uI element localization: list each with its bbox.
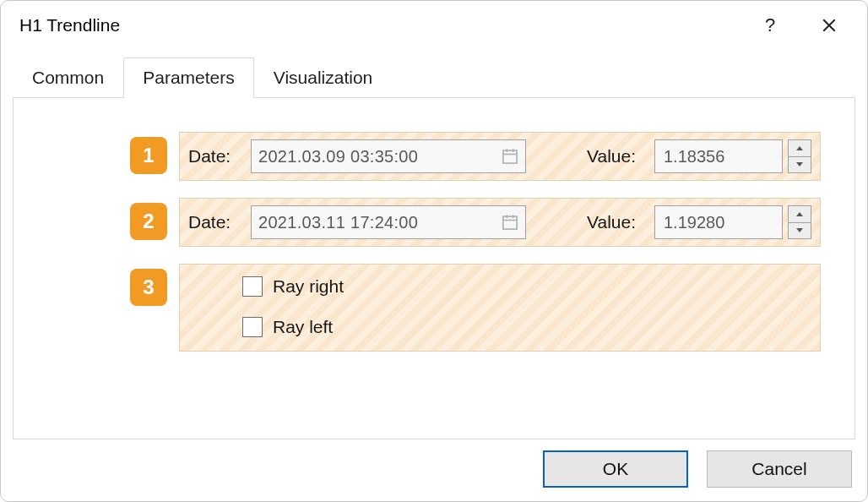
svg-rect-8 bbox=[503, 216, 517, 229]
value-label-1: Value: bbox=[572, 146, 636, 166]
annotation-marker-3: 3 bbox=[130, 269, 167, 306]
spin-up-1[interactable] bbox=[789, 140, 811, 157]
svg-marker-7 bbox=[796, 162, 803, 166]
ray-left-label: Ray left bbox=[273, 317, 333, 337]
calendar-icon[interactable] bbox=[502, 214, 518, 231]
highlight-stripe-1: Date: 2021.03.09 03:35:00 Value: bbox=[179, 132, 821, 181]
chevron-up-icon bbox=[795, 211, 804, 217]
tab-row: Common Parameters Visualization bbox=[13, 52, 855, 97]
param-row-1: 1 Date: 2021.03.09 03:35:00 bbox=[130, 132, 831, 181]
spin-down-1[interactable] bbox=[789, 157, 811, 173]
highlight-stripe-3: Ray right Ray left bbox=[179, 264, 821, 352]
value-label-2: Value: bbox=[572, 212, 636, 232]
ray-right-checkbox[interactable] bbox=[242, 276, 263, 297]
value-input-2[interactable]: 1.19280 bbox=[654, 205, 783, 239]
param-row-3: 3 Ray right Ray left bbox=[130, 264, 831, 352]
value-spinner-2 bbox=[788, 205, 811, 239]
close-button[interactable] bbox=[816, 13, 842, 38]
value-text-2: 1.19280 bbox=[664, 213, 724, 232]
chevron-down-icon bbox=[795, 227, 804, 233]
tab-common[interactable]: Common bbox=[13, 57, 123, 98]
spin-down-2[interactable] bbox=[789, 223, 811, 239]
ray-right-label: Ray right bbox=[273, 276, 344, 297]
dialog-footer: OK Cancel bbox=[543, 450, 852, 488]
chevron-down-icon bbox=[795, 161, 804, 167]
date-value-1: 2021.03.09 03:35:00 bbox=[258, 147, 418, 166]
date-label-2: Date: bbox=[188, 212, 241, 232]
chevron-up-icon bbox=[795, 145, 804, 151]
ok-button[interactable]: OK bbox=[543, 450, 688, 488]
param-row-2: 2 Date: 2021.03.11 17:24:00 bbox=[130, 198, 831, 247]
dialog-window: H1 Trendline ? Common Parameters Visuali… bbox=[0, 0, 868, 502]
value-input-1[interactable]: 1.18356 bbox=[654, 139, 783, 173]
date-input-1[interactable]: 2021.03.09 03:35:00 bbox=[251, 139, 526, 173]
svg-rect-2 bbox=[503, 150, 517, 163]
tab-visualization[interactable]: Visualization bbox=[254, 57, 393, 98]
titlebar-controls: ? bbox=[757, 13, 857, 38]
value-spinner-1 bbox=[788, 139, 811, 173]
title-bar: H1 Trendline ? bbox=[1, 1, 867, 50]
ray-right-row: Ray right bbox=[242, 276, 344, 297]
svg-marker-13 bbox=[796, 228, 803, 232]
question-icon: ? bbox=[765, 14, 775, 36]
window-title: H1 Trendline bbox=[19, 15, 120, 35]
value-text-1: 1.18356 bbox=[664, 147, 724, 166]
highlight-stripe-2: Date: 2021.03.11 17:24:00 Value: bbox=[179, 198, 821, 247]
client-area: Common Parameters Visualization 1 Date: … bbox=[13, 52, 855, 439]
svg-marker-6 bbox=[796, 146, 803, 150]
close-icon bbox=[822, 18, 837, 33]
date-input-2[interactable]: 2021.03.11 17:24:00 bbox=[251, 205, 526, 239]
ray-left-checkbox[interactable] bbox=[242, 317, 263, 337]
help-button[interactable]: ? bbox=[757, 13, 783, 38]
svg-marker-12 bbox=[796, 212, 803, 216]
cancel-button[interactable]: Cancel bbox=[707, 450, 852, 488]
spin-up-2[interactable] bbox=[789, 206, 811, 223]
annotation-marker-1: 1 bbox=[130, 137, 167, 174]
tab-parameters[interactable]: Parameters bbox=[123, 57, 254, 98]
date-label-1: Date: bbox=[188, 146, 241, 166]
tab-panel: 1 Date: 2021.03.09 03:35:00 bbox=[13, 97, 855, 439]
date-value-2: 2021.03.11 17:24:00 bbox=[258, 213, 418, 232]
annotation-marker-2: 2 bbox=[130, 203, 167, 240]
calendar-icon[interactable] bbox=[502, 148, 518, 165]
ray-left-row: Ray left bbox=[242, 317, 333, 337]
